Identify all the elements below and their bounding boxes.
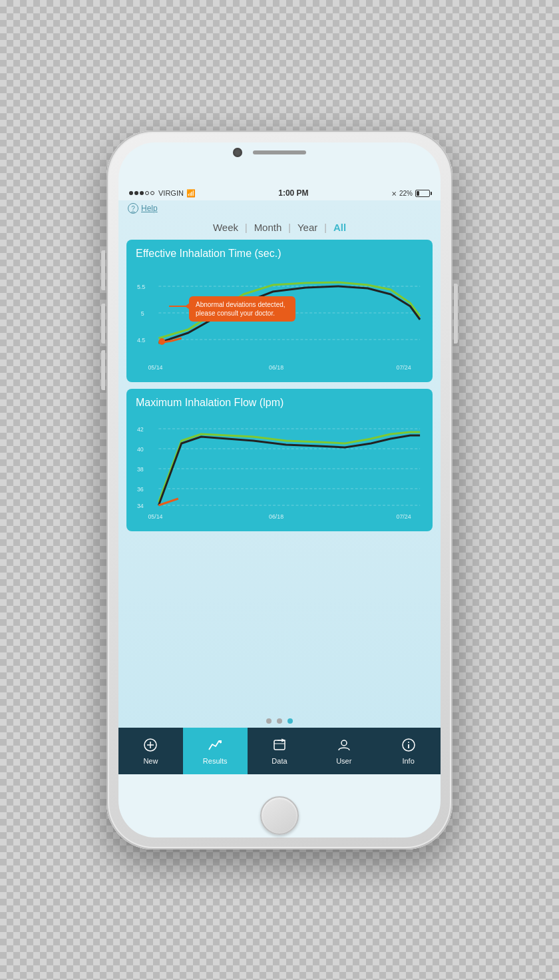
speaker xyxy=(253,150,306,154)
help-link[interactable]: ? Help xyxy=(128,203,158,214)
charts-container: Effective Inhalation Time (sec.) 5.5 5 xyxy=(118,240,441,712)
chart1-title: Effective Inhalation Time (sec.) xyxy=(136,248,423,260)
tab-user-label: User xyxy=(336,757,351,765)
battery-icon xyxy=(415,190,430,197)
carrier-label: VIRGIN xyxy=(158,189,184,197)
svg-text:5: 5 xyxy=(141,310,144,317)
svg-text:07/24: 07/24 xyxy=(396,513,411,520)
tab-month[interactable]: Month xyxy=(250,220,286,234)
separator-2: | xyxy=(288,222,291,233)
signal-dot-4 xyxy=(145,191,149,195)
tab-data-label: Data xyxy=(272,757,287,765)
chart2-svg: 42 40 38 36 34 xyxy=(136,415,423,522)
tab-info-label: Info xyxy=(402,757,414,765)
tab-results[interactable]: Results xyxy=(183,728,248,774)
help-row: ? Help xyxy=(118,200,441,216)
svg-text:5.5: 5.5 xyxy=(137,284,145,290)
signal-dot-1 xyxy=(129,191,133,195)
status-left: VIRGIN 📶 xyxy=(129,189,196,198)
page-dot-3[interactable] xyxy=(287,718,293,724)
separator-3: | xyxy=(324,222,327,233)
signal-dots xyxy=(129,191,154,195)
tab-year[interactable]: Year xyxy=(293,220,321,234)
chart1-area: 5.5 5 4.5 xyxy=(136,266,423,373)
tab-new[interactable]: New xyxy=(118,728,183,774)
tab-results-label: Results xyxy=(203,757,228,765)
chart-inhalation-time: Effective Inhalation Time (sec.) 5.5 5 xyxy=(126,240,433,382)
period-tabs: Week | Month | Year | All xyxy=(118,216,441,240)
pagination-dots xyxy=(118,712,441,728)
signal-dot-2 xyxy=(134,191,138,195)
svg-text:4.5: 4.5 xyxy=(137,337,145,344)
bluetooth-icon: ⨯ xyxy=(391,190,397,197)
svg-text:06/18: 06/18 xyxy=(269,513,283,520)
tab-new-label: New xyxy=(143,757,158,765)
wifi-icon: 📶 xyxy=(186,189,196,198)
battery-fill xyxy=(417,191,419,196)
chart2-area: 42 40 38 36 34 xyxy=(136,415,423,522)
home-button[interactable] xyxy=(260,796,299,835)
new-icon xyxy=(143,738,158,754)
svg-text:07/24: 07/24 xyxy=(396,364,411,371)
help-label: Help xyxy=(141,204,158,213)
signal-dot-5 xyxy=(150,191,154,195)
app-content: ? Help Week | Month | Year | All xyxy=(118,200,441,774)
page-dot-1[interactable] xyxy=(266,718,272,724)
screen-wrap: VIRGIN 📶 1:00 PM ⨯ 22% ? xyxy=(118,142,441,838)
tab-info[interactable]: Info xyxy=(376,728,441,774)
help-circle-icon: ? xyxy=(128,203,138,214)
svg-text:05/14: 05/14 xyxy=(148,364,162,371)
svg-rect-26 xyxy=(274,740,285,750)
info-icon xyxy=(401,738,416,754)
signal-dot-3 xyxy=(140,191,144,195)
alert-text: Abnormal deviations detected, please con… xyxy=(196,301,285,317)
svg-point-29 xyxy=(341,740,347,746)
svg-text:05/14: 05/14 xyxy=(148,513,162,520)
status-bar: VIRGIN 📶 1:00 PM ⨯ 22% xyxy=(118,186,441,200)
data-icon xyxy=(272,738,287,754)
svg-text:42: 42 xyxy=(137,426,144,433)
tab-data[interactable]: Data xyxy=(248,728,312,774)
svg-text:38: 38 xyxy=(137,466,144,473)
chart-inhalation-flow: Maximum Inhalation Flow (lpm) 42 xyxy=(126,389,433,531)
svg-text:36: 36 xyxy=(137,486,144,493)
tab-week[interactable]: Week xyxy=(209,220,242,234)
svg-text:06/18: 06/18 xyxy=(269,364,283,371)
phone-frame: VIRGIN 📶 1:00 PM ⨯ 22% ? xyxy=(106,130,453,850)
tab-user[interactable]: User xyxy=(311,728,376,774)
status-right: ⨯ 22% xyxy=(391,190,430,197)
tab-bar: New Results xyxy=(118,728,441,774)
svg-point-32 xyxy=(408,742,409,743)
chart2-title: Maximum Inhalation Flow (lpm) xyxy=(136,397,423,409)
battery-percent: 22% xyxy=(399,190,413,197)
camera xyxy=(233,148,242,157)
status-time: 1:00 PM xyxy=(278,188,308,198)
alert-bubble: Abnormal deviations detected, please con… xyxy=(189,296,295,322)
screen: VIRGIN 📶 1:00 PM ⨯ 22% ? xyxy=(118,186,441,774)
page-dot-2[interactable] xyxy=(277,718,282,724)
results-icon xyxy=(208,738,222,754)
separator-1: | xyxy=(245,222,248,233)
svg-text:40: 40 xyxy=(137,446,144,453)
svg-text:34: 34 xyxy=(137,503,144,509)
tab-all[interactable]: All xyxy=(329,220,350,234)
svg-point-6 xyxy=(158,338,165,345)
user-icon xyxy=(337,738,351,754)
